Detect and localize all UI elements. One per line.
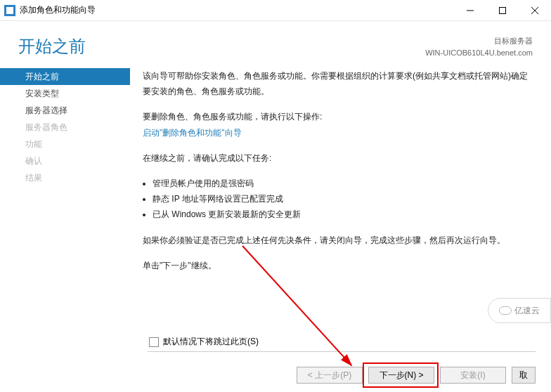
page-title: 开始之前 (18, 35, 425, 58)
remove-label: 要删除角色、角色服务或功能，请执行以下操作: (143, 109, 533, 124)
titlebar: 添加角色和功能向导 (0, 0, 551, 21)
prereq-item: 静态 IP 地址等网络设置已配置完成 (153, 191, 533, 207)
dest-value: WIN-UICOB610L4U.benet.com (425, 47, 533, 59)
sidebar-item-installation-type[interactable]: 安装类型 (0, 85, 130, 102)
close-button[interactable] (519, 0, 551, 21)
prereq-item: 管理员帐户使用的是强密码 (153, 176, 533, 191)
skip-page-row: 默认情况下将跳过此页(S) (149, 336, 259, 348)
start-remove-wizard-link[interactable]: 启动"删除角色和功能"向导 (143, 128, 242, 138)
sidebar-item-confirmation: 确认 (0, 152, 130, 169)
sidebar-item-server-selection[interactable]: 服务器选择 (0, 102, 130, 119)
intro-text: 该向导可帮助你安装角色、角色服务或功能。你需要根据组织的计算要求(例如共享文档或… (143, 68, 533, 99)
skip-page-checkbox[interactable] (149, 337, 159, 347)
before-continue-text: 在继续之前，请确认完成以下任务: (143, 150, 533, 166)
wizard-sidebar: 开始之前 安装类型 服务器选择 服务器角色 功能 确认 结果 (0, 64, 130, 283)
minimize-button[interactable] (454, 0, 486, 21)
watermark-text: 亿速云 (514, 305, 540, 317)
install-button: 安装(I) (440, 367, 506, 384)
maximize-button[interactable] (486, 0, 519, 21)
next-button[interactable]: 下一步(N) > (368, 367, 434, 384)
next-hint-text: 单击"下一步"继续。 (143, 258, 533, 273)
wizard-button-bar: < 上一步(P) 下一步(N) > 安装(I) 取 (297, 367, 536, 384)
skip-page-label: 默认情况下将跳过此页(S) (163, 336, 259, 348)
wizard-content: 该向导可帮助你安装角色、角色服务或功能。你需要根据组织的计算要求(例如共享文档或… (130, 64, 551, 283)
prereq-list: 管理员帐户使用的是强密码 静态 IP 地址等网络设置已配置完成 已从 Windo… (143, 176, 533, 223)
header: 开始之前 目标服务器 WIN-UICOB610L4U.benet.com (0, 21, 551, 64)
previous-button: < 上一步(P) (297, 367, 363, 384)
cloud-icon (499, 306, 512, 315)
sidebar-item-features: 功能 (0, 136, 130, 152)
window-title: 添加角色和功能向导 (20, 4, 96, 16)
dest-label: 目标服务器 (425, 35, 533, 47)
prereq-item: 已从 Windows 更新安装最新的安全更新 (153, 207, 533, 222)
sidebar-item-before-you-begin[interactable]: 开始之前 (0, 68, 130, 85)
svg-rect-1 (500, 7, 506, 13)
sidebar-item-server-roles: 服务器角色 (0, 119, 130, 136)
destination-server: 目标服务器 WIN-UICOB610L4U.benet.com (425, 35, 533, 58)
verify-text: 如果你必须验证是否已完成上述任何先决条件，请关闭向导，完成这些步骤，然后再次运行… (143, 233, 533, 248)
app-icon (4, 5, 15, 16)
cancel-button[interactable]: 取 (512, 367, 536, 384)
sidebar-item-results: 结果 (0, 169, 130, 186)
button-bar-separator (148, 351, 536, 352)
watermark: 亿速云 (488, 298, 551, 323)
